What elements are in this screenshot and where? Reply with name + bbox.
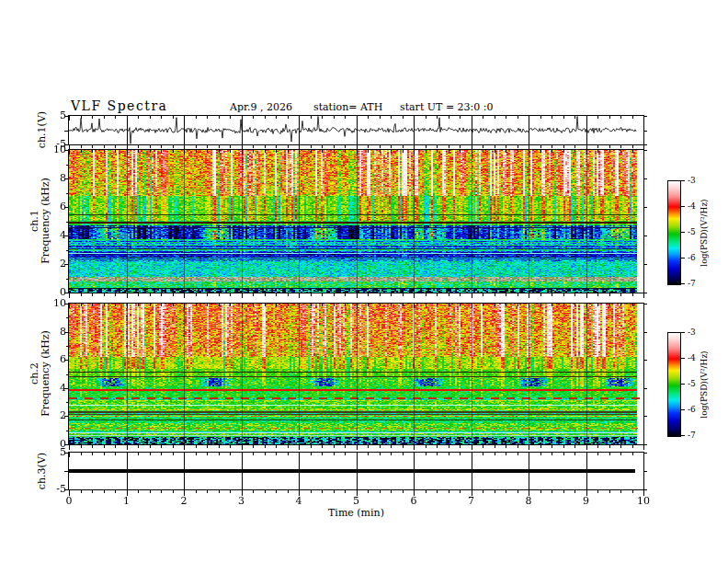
x-tick-top — [357, 116, 358, 121]
x-tick-bottom — [138, 145, 139, 148]
ch2-axis-line2: Frequency (kHz) — [40, 330, 51, 417]
colorbar-tick — [681, 332, 685, 333]
x-tick-top — [230, 116, 231, 119]
x-tick-bottom — [449, 293, 449, 296]
x-tick-bottom — [437, 445, 438, 448]
x-tick-top — [92, 116, 93, 119]
x-tick-top — [219, 150, 220, 153]
x-tick-top — [184, 116, 185, 121]
x-tick-bottom — [253, 145, 254, 148]
x-tick-bottom — [483, 445, 483, 448]
x-tick-top — [299, 304, 300, 308]
y-tick-label: 4 — [40, 382, 66, 394]
x-tick-bottom — [345, 445, 346, 448]
x-tick-top — [207, 453, 208, 455]
plot-title: VLF Spectra — [71, 98, 167, 113]
x-tick-top — [196, 304, 197, 306]
plot-date: Apr.9 , 2026 — [230, 101, 292, 113]
x-tick-top — [299, 150, 300, 155]
x-tick-top — [380, 453, 381, 455]
x-tick-top — [449, 304, 449, 306]
x-tick-top — [414, 453, 415, 457]
x-tick-top — [483, 150, 483, 153]
y-tick-label: 5 — [40, 109, 66, 121]
x-tick-bottom — [196, 145, 197, 148]
x-tick-bottom — [150, 293, 151, 296]
x-tick-bottom — [632, 145, 633, 148]
x-tick-bottom — [161, 293, 162, 296]
x-tick-bottom — [368, 145, 369, 148]
x-tick-bottom — [184, 445, 185, 450]
x-tick-top — [597, 116, 598, 119]
x-tick-top — [334, 304, 335, 306]
x-tick-top — [426, 304, 427, 306]
x-tick-top — [230, 150, 231, 153]
x-tick-top — [115, 150, 116, 153]
x-tick-top — [426, 453, 427, 455]
x-tick-bottom — [506, 490, 506, 493]
x-tick-bottom — [104, 445, 105, 448]
x-tick-top — [472, 116, 472, 121]
x-tick-bottom — [138, 490, 139, 493]
x-tick-bottom — [472, 293, 472, 298]
x-tick-bottom — [540, 490, 541, 493]
x-tick-top — [391, 150, 392, 153]
x-tick-top — [632, 150, 633, 153]
x-tick-bottom — [265, 490, 266, 493]
x-tick-top — [518, 304, 518, 306]
x-tick-bottom — [207, 490, 208, 493]
x-tick-top — [574, 116, 575, 119]
x-tick-bottom — [632, 445, 633, 448]
x-tick-bottom — [597, 490, 598, 493]
x-tick-top — [597, 150, 598, 153]
x-tick-bottom — [540, 145, 541, 148]
x-tick-bottom — [391, 293, 392, 296]
x-tick-bottom — [299, 445, 300, 450]
x-tick-top — [609, 304, 610, 306]
x-tick-top — [414, 304, 415, 308]
x-tick-top — [472, 304, 472, 308]
x-tick-bottom — [368, 293, 369, 296]
x-tick-bottom — [380, 145, 381, 148]
x-tick-top — [242, 150, 243, 155]
x-tick-top — [552, 453, 552, 455]
x-tick-bottom — [127, 445, 128, 450]
x-tick-top — [380, 304, 381, 306]
x-tick-bottom — [115, 490, 116, 493]
x-tick-top — [563, 304, 564, 306]
x-tick-bottom — [632, 293, 633, 296]
x-tick-top — [161, 150, 162, 153]
time-tick-label: 6 — [398, 495, 429, 507]
colorbar-ch2-label: log(PSD)(V²/Hz) — [700, 350, 709, 418]
y-tick — [64, 471, 69, 472]
x-tick-bottom — [92, 293, 93, 296]
x-tick-top — [632, 453, 633, 455]
x-tick-bottom — [207, 445, 208, 448]
x-tick-top — [368, 304, 369, 306]
x-tick-top — [322, 116, 323, 119]
x-tick-bottom — [449, 145, 449, 148]
x-tick-bottom — [322, 490, 323, 493]
time-tick-label: 1 — [111, 495, 142, 507]
x-tick-top — [92, 453, 93, 455]
colorbar-tick-label: -3 — [688, 327, 696, 337]
x-tick-top — [230, 453, 231, 455]
x-tick-top — [173, 150, 174, 153]
x-tick-top — [242, 116, 243, 121]
x-tick-bottom — [518, 490, 518, 493]
colorbar-tick — [681, 206, 685, 207]
x-tick-bottom — [574, 145, 575, 148]
x-tick-bottom — [150, 445, 151, 448]
x-tick-bottom — [276, 445, 277, 448]
x-tick-top — [620, 453, 621, 455]
y-tick — [644, 388, 647, 389]
x-tick-top — [184, 453, 185, 457]
y-minor-tick — [66, 193, 69, 194]
x-tick-top — [529, 304, 529, 308]
ch2-spectrogram-canvas — [69, 304, 643, 444]
x-tick-bottom — [196, 293, 197, 296]
x-tick-bottom — [380, 445, 381, 448]
x-tick-top — [518, 116, 518, 119]
y-tick — [644, 264, 647, 265]
x-tick-bottom — [104, 145, 105, 148]
